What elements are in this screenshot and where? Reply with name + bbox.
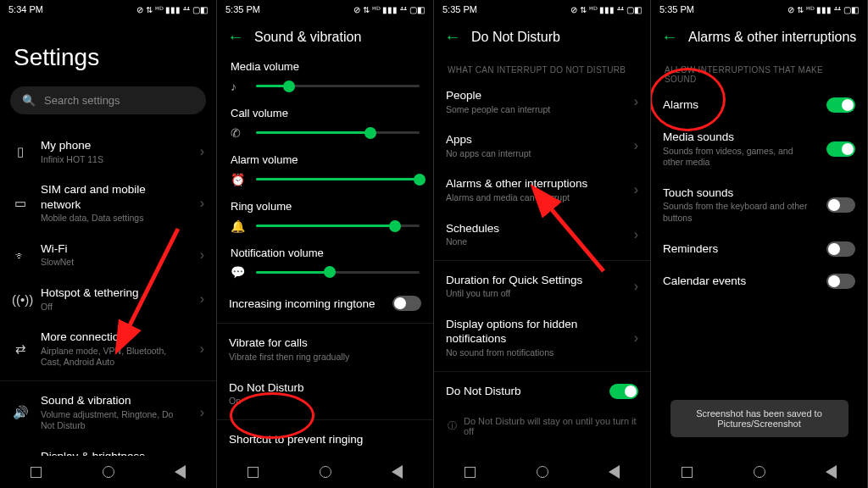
item-alarms[interactable]: Alarms [651, 89, 867, 121]
page-title: Do Not Disturb [471, 30, 560, 45]
nav-recent[interactable] [246, 464, 261, 480]
item-media-sounds[interactable]: Media sounds Sounds from videos, games, … [651, 121, 867, 177]
slider-media-volume[interactable]: Media volume ♪ [217, 55, 433, 102]
item-reminders[interactable]: Reminders [651, 233, 867, 265]
item-people[interactable]: People Some people can interrupt › [434, 80, 650, 124]
back-arrow-icon[interactable]: ← [661, 27, 678, 47]
back-arrow-icon[interactable]: ← [444, 27, 461, 47]
search-placeholder: Search settings [44, 94, 120, 107]
volume-icon: ⏰ [231, 173, 246, 186]
nav-back[interactable] [607, 464, 622, 480]
chevron-right-icon: › [200, 196, 204, 211]
toggle[interactable] [826, 97, 855, 113]
nav-back[interactable] [824, 464, 839, 480]
item-more-connections[interactable]: ⇄ More connections Airplane mode, VPN, B… [0, 321, 216, 377]
slider-ring-volume[interactable]: Ring volume 🔔 [217, 195, 433, 241]
status-icons: ⊘ ⇅ ᴴᴰ ▮▮▮ ⁴⁴ ▢◧ [353, 5, 425, 14]
item-my-phone[interactable]: ▯ My phone Infinix HOT 11S › [0, 130, 216, 174]
back-arrow-icon[interactable]: ← [227, 27, 244, 47]
nav-home[interactable] [535, 464, 550, 480]
screen-settings: 5:34 PM ⊘ ⇅ ᴴᴰ ▮▮▮ ⁴⁴ ▢◧ Settings 🔍 Sear… [0, 0, 217, 488]
chevron-right-icon: › [200, 291, 204, 307]
toggle-increasing-ringtone[interactable] [392, 296, 421, 311]
status-icons: ⊘ ⇅ ᴴᴰ ▮▮▮ ⁴⁴ ▢◧ [570, 5, 642, 14]
info-text: ⓘ Do Not Disturb will stay on until you … [434, 408, 650, 445]
info-icon: ⓘ [448, 419, 457, 432]
wifi-icon: ᯤ [12, 248, 29, 263]
chevron-right-icon: › [634, 182, 638, 197]
slider-track[interactable] [256, 225, 420, 227]
chevron-right-icon: › [634, 279, 638, 294]
nav-bar [434, 456, 650, 488]
toast: Screenshot has been saved to Pictures/Sc… [670, 400, 849, 437]
search-icon: 🔍 [22, 94, 36, 107]
item-do-not-disturb[interactable]: Do Not Disturb On [217, 372, 433, 416]
item-calendar-events[interactable]: Calendar events [651, 265, 867, 297]
phone-icon: ▯ [12, 144, 29, 159]
item-alarms-other-interruptions[interactable]: Alarms & other interruptions Alarms and … [434, 168, 650, 212]
nav-back[interactable] [390, 464, 405, 480]
hotspot-icon: ((•)) [12, 292, 29, 307]
chevron-right-icon: › [200, 405, 204, 420]
page-title: Settings [0, 19, 216, 86]
item-touch-sounds[interactable]: Touch sounds Sounds from the keyboard an… [651, 177, 867, 233]
status-bar: 5:35 PM ⊘ ⇅ ᴴᴰ ▮▮▮ ⁴⁴ ▢◧ [434, 0, 650, 19]
clock: 5:35 PM [442, 4, 477, 14]
slider-alarm-volume[interactable]: Alarm volume ⏰ [217, 148, 433, 195]
toggle[interactable] [826, 141, 855, 157]
volume-icon: 💬 [231, 265, 246, 279]
nav-recent[interactable] [463, 464, 478, 480]
clock: 5:35 PM [659, 4, 694, 14]
section-header: ALLOW INTERRUPTIONS THAT MAKE SOUND [651, 55, 867, 89]
clock: 5:34 PM [8, 4, 43, 14]
item-display[interactable]: ☀ Display & brightness Eye care, Dark th… [0, 441, 216, 456]
nav-bar [651, 456, 867, 488]
page-title: Sound & vibration [254, 30, 361, 45]
volume-icon: ♪ [231, 80, 246, 93]
item-sound-vibration[interactable]: 🔊 Sound & vibration Volume adjustment, R… [0, 385, 216, 441]
slider-track[interactable] [256, 85, 420, 87]
screen-dnd: 5:35 PM ⊘ ⇅ ᴴᴰ ▮▮▮ ⁴⁴ ▢◧ ← Do Not Distur… [434, 0, 651, 488]
slider-notification-volume[interactable]: Notification volume 💬 [217, 241, 433, 288]
connections-icon: ⇄ [12, 341, 29, 357]
item-duration-for-quick-settings[interactable]: Duration for Quick Settings Until you tu… [434, 264, 650, 308]
nav-home[interactable] [318, 464, 333, 480]
slider-track[interactable] [256, 271, 420, 274]
item-shortcut-prevent-ringing[interactable]: Shortcut to prevent ringing [217, 424, 433, 456]
nav-bar [217, 456, 433, 488]
item-display-options-for-hidden-notifications[interactable]: Display options for hidden notifications… [434, 308, 650, 368]
toggle[interactable] [826, 197, 855, 213]
item-apps[interactable]: Apps No apps can interrupt › [434, 124, 650, 168]
screen-alarms-interruptions: 5:35 PM ⊘ ⇅ ᴴᴰ ▮▮▮ ⁴⁴ ▢◧ ← Alarms & othe… [651, 0, 868, 488]
item-wifi[interactable]: ᯤ Wi-Fi SlowNet › [0, 233, 216, 277]
nav-home[interactable] [752, 464, 767, 480]
item-dnd-toggle[interactable]: Do Not Disturb [434, 375, 650, 408]
chevron-right-icon: › [634, 330, 638, 346]
toggle[interactable] [826, 274, 855, 289]
nav-recent[interactable] [680, 464, 695, 480]
chevron-right-icon: › [634, 227, 638, 242]
item-hotspot[interactable]: ((•)) Hotspot & tethering Off › [0, 277, 216, 321]
toggle[interactable] [826, 241, 855, 257]
slider-call-volume[interactable]: Call volume ✆ [217, 102, 433, 148]
status-icons: ⊘ ⇅ ᴴᴰ ▮▮▮ ⁴⁴ ▢◧ [787, 5, 859, 14]
chevron-right-icon: › [200, 247, 204, 263]
item-increasing-ringtone[interactable]: Increasing incoming ringtone [217, 287, 433, 319]
status-bar: 5:35 PM ⊘ ⇅ ᴴᴰ ▮▮▮ ⁴⁴ ▢◧ [651, 0, 867, 19]
page-title: Alarms & other interruptions [688, 30, 856, 45]
chevron-right-icon: › [200, 341, 204, 357]
item-vibrate-calls[interactable]: Vibrate for calls Vibrate first then rin… [217, 327, 433, 371]
section-header: WHAT CAN INTERRUPT DO NOT DISTURB [434, 55, 650, 80]
nav-home[interactable] [101, 464, 116, 480]
chevron-right-icon: › [634, 138, 638, 153]
item-sim[interactable]: ▭ SIM card and mobile network Mobile dat… [0, 174, 216, 233]
item-schedules[interactable]: Schedules None › [434, 213, 650, 257]
slider-track[interactable] [256, 131, 420, 134]
slider-track[interactable] [256, 178, 420, 180]
toggle-dnd[interactable] [609, 384, 638, 399]
nav-recent[interactable] [29, 464, 44, 480]
search-input[interactable]: 🔍 Search settings [10, 86, 206, 114]
volume-icon: ✆ [231, 126, 246, 140]
nav-bar [0, 456, 216, 488]
nav-back[interactable] [173, 464, 188, 480]
